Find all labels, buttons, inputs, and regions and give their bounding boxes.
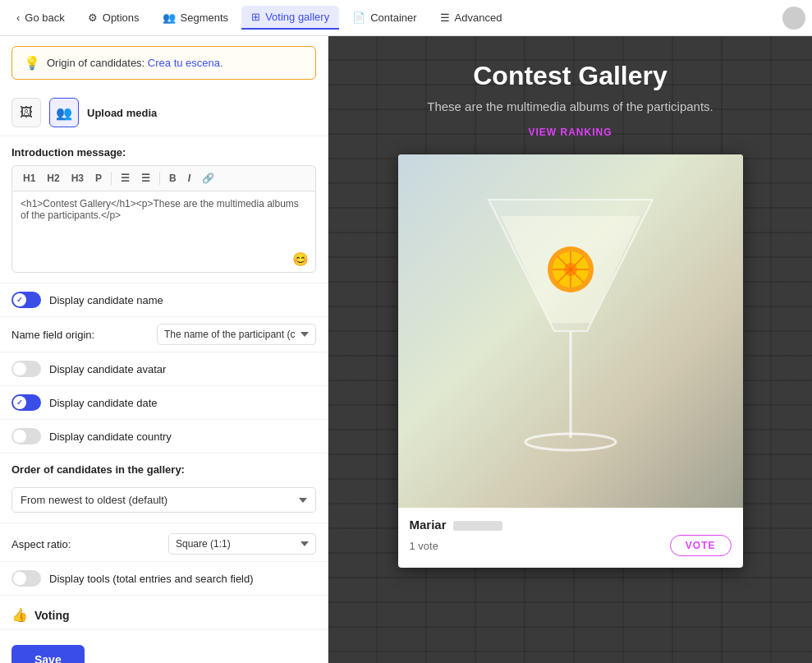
nav-options[interactable]: ⚙ Options <box>78 7 149 29</box>
toolbar-link[interactable]: 🔗 <box>198 171 218 186</box>
upload-video-btn[interactable]: 👥 <box>49 98 79 127</box>
segments-icon: 👥 <box>163 12 176 24</box>
left-panel: 💡 Origin of candidates: Crea tu escena. … <box>0 36 328 663</box>
aspect-ratio-row: Aspect ratio: Square (1:1) Portrait (3:4… <box>0 523 328 562</box>
toolbar-ol[interactable]: ☰ <box>137 171 154 186</box>
intro-message-label: Introduction message: <box>11 146 316 159</box>
order-label: Order of candidates in the gallery: <box>11 463 316 476</box>
preview-content: Contest Gallery These are the multimedia… <box>328 36 812 568</box>
nav-container[interactable]: 📄 Container <box>342 7 426 29</box>
check-mark-date-icon: ✓ <box>13 396 26 409</box>
container-icon: 📄 <box>352 12 365 24</box>
name-field-origin-row: Name field origin: The name of the parti… <box>0 317 328 352</box>
upload-label: Upload media <box>87 107 157 119</box>
toggle-knob-country <box>13 430 26 443</box>
nav-segments[interactable]: 👥 Segments <box>153 7 239 29</box>
nav-advanced[interactable]: ☰ Advanced <box>430 7 512 29</box>
back-icon: ‹ <box>16 12 20 24</box>
toolbar-bold[interactable]: B <box>165 171 181 186</box>
toolbar-divider-2 <box>159 172 160 185</box>
display-candidate-date-row: ✓ Display candidate date <box>0 386 328 420</box>
thumbs-up-icon: 👍 <box>11 607 28 623</box>
preview-subtitle: These are the multimedia albums of the p… <box>427 99 713 113</box>
editor-text: <h1>Contest Gallery</h1><p>These are the… <box>21 198 299 221</box>
order-select[interactable]: From newest to oldest (default) From old… <box>11 487 316 513</box>
display-candidate-avatar-row: Display candidate avatar <box>0 352 328 386</box>
save-area: Save <box>0 633 328 663</box>
voting-label: Voting <box>34 609 70 622</box>
preview-title: Contest Gallery <box>473 61 667 91</box>
card-votes-row: 1 vote VOTE <box>410 535 732 556</box>
gear-icon: ⚙ <box>88 12 98 24</box>
vote-button[interactable]: VOTE <box>670 535 732 556</box>
card-name: Mariar <box>410 518 732 532</box>
origin-link[interactable]: Crea tu escena. <box>148 57 223 69</box>
display-candidate-name-toggle[interactable]: ✓ <box>11 292 41 308</box>
editor-toolbar: H1 H2 H3 P ☰ ☰ B I 🔗 <box>11 165 316 191</box>
nav-go-back[interactable]: ‹ Go back <box>7 7 75 29</box>
display-candidate-name-row: ✓ Display candidate name <box>0 283 328 317</box>
toolbar-h3[interactable]: H3 <box>67 171 88 186</box>
upload-media-section: 🖼 👥 Upload media <box>0 90 328 136</box>
voting-section-heading: 👍 Voting <box>0 596 328 626</box>
upload-image-btn[interactable]: 🖼 <box>11 98 41 127</box>
order-section: Order of candidates in the gallery: From… <box>0 454 328 523</box>
display-candidate-avatar-label: Display candidate avatar <box>49 363 166 375</box>
check-mark-icon: ✓ <box>13 293 26 306</box>
name-field-origin-label: Name field origin: <box>11 329 94 341</box>
aspect-ratio-label: Aspect ratio: <box>11 538 71 550</box>
display-candidate-date-toggle[interactable]: ✓ <box>11 394 41 411</box>
display-candidate-country-toggle[interactable] <box>11 428 41 444</box>
card-image <box>398 154 743 508</box>
emoji-btn[interactable]: 😊 <box>292 251 309 267</box>
view-ranking-link[interactable]: VIEW RANKING <box>529 127 612 138</box>
card-votes: 1 vote <box>410 540 438 552</box>
display-candidate-name-label: Display candidate name <box>49 294 163 306</box>
divider <box>0 629 328 630</box>
display-candidate-country-label: Display candidate country <box>49 430 172 443</box>
display-tools-row: Display tools (total entries and search … <box>0 562 328 596</box>
bulb-icon: 💡 <box>24 55 40 71</box>
display-candidate-country-row: Display candidate country <box>0 420 328 454</box>
editor-content[interactable]: <h1>Contest Gallery</h1><p>These are the… <box>11 191 316 273</box>
display-tools-toggle[interactable] <box>11 570 41 587</box>
martini-glass-svg <box>480 183 661 479</box>
name-field-origin-select[interactable]: The name of the participant (c <box>157 324 316 345</box>
display-candidate-avatar-toggle[interactable] <box>11 361 41 377</box>
user-avatar[interactable] <box>782 7 805 30</box>
toolbar-italic[interactable]: I <box>184 171 195 186</box>
advanced-icon: ☰ <box>440 12 450 24</box>
right-preview: Contest Gallery These are the multimedia… <box>328 36 812 663</box>
toggle-knob-tools <box>13 572 26 585</box>
toolbar-divider-1 <box>111 172 112 185</box>
display-tools-label: Display tools (total entries and search … <box>49 573 254 585</box>
toolbar-ul[interactable]: ☰ <box>117 171 134 186</box>
main-layout: 💡 Origin of candidates: Crea tu escena. … <box>0 36 812 663</box>
save-button[interactable]: Save <box>11 645 85 663</box>
toolbar-h1[interactable]: H1 <box>19 171 39 186</box>
toggle-knob <box>13 362 26 375</box>
top-nav: ‹ Go back ⚙ Options 👥 Segments ⊞ Voting … <box>0 0 812 36</box>
toolbar-p[interactable]: P <box>91 171 106 186</box>
card-name-blur <box>453 521 502 531</box>
gallery-icon: ⊞ <box>251 11 260 23</box>
toolbar-h2[interactable]: H2 <box>43 171 63 186</box>
origin-text: Origin of candidates: Crea tu escena. <box>47 57 223 69</box>
card-info: Mariar 1 vote VOTE <box>398 508 743 568</box>
aspect-ratio-select[interactable]: Square (1:1) Portrait (3:4) Landscape (4… <box>168 533 316 555</box>
display-candidate-date-label: Display candidate date <box>49 397 158 409</box>
origin-banner: 💡 Origin of candidates: Crea tu escena. <box>11 46 316 80</box>
nav-voting-gallery[interactable]: ⊞ Voting gallery <box>241 6 339 30</box>
intro-message-section: Introduction message: H1 H2 H3 P ☰ ☰ B I… <box>0 136 328 283</box>
candidate-card: Mariar 1 vote VOTE <box>398 154 743 568</box>
